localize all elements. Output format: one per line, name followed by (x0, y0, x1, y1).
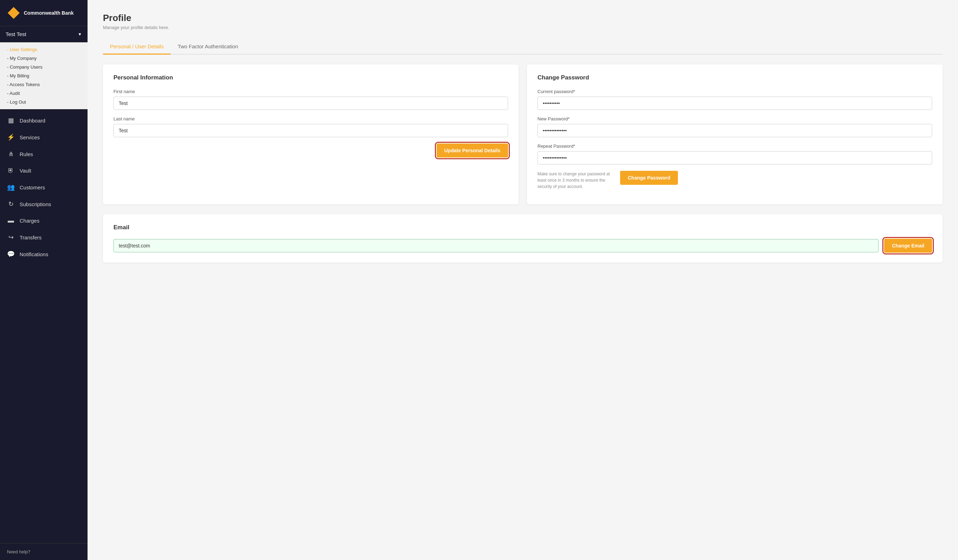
main-content: Profile Manage your profile details here… (87, 0, 958, 560)
charges-icon: ▬ (7, 217, 15, 225)
user-section[interactable]: Test Test ▼ (0, 26, 87, 42)
personal-info-card: Personal Information First name Last nam… (103, 65, 519, 204)
sidebar-item-my-company[interactable]: - My Company (0, 54, 87, 63)
page-title: Profile (103, 13, 942, 24)
update-btn-wrapper: Update Personal Details (113, 144, 508, 158)
sidebar-item-my-billing[interactable]: - My Billing (0, 71, 87, 80)
email-card-title: Email (113, 224, 932, 231)
svg-marker-0 (8, 7, 20, 19)
new-password-input[interactable] (538, 124, 932, 137)
sidebar-item-charges[interactable]: ▬ Charges (0, 212, 87, 229)
password-hint: Make sure to change your password at lea… (538, 171, 614, 190)
sidebar-item-label: Vault (20, 168, 31, 174)
current-password-input[interactable] (538, 96, 932, 110)
email-input[interactable] (113, 239, 879, 252)
personal-info-title: Personal Information (113, 74, 508, 81)
change-email-button[interactable]: Change Email (884, 239, 932, 253)
logo-text: Commonwealth Bank (24, 10, 73, 16)
vault-icon: ⛨ (7, 167, 15, 174)
first-name-input[interactable] (113, 96, 508, 110)
sidebar-item-access-tokens[interactable]: - Access Tokens (0, 80, 87, 89)
sidebar-item-label: Transfers (20, 234, 42, 240)
first-name-group: First name (113, 89, 508, 110)
update-personal-details-button[interactable]: Update Personal Details (437, 144, 508, 158)
repeat-password-group: Repeat Password* (538, 144, 932, 165)
rules-icon: ⋔ (7, 150, 15, 158)
change-password-button[interactable]: Change Password (620, 171, 678, 185)
first-name-label: First name (113, 89, 508, 94)
sidebar-logo: Commonwealth Bank (0, 0, 87, 26)
page-subtitle: Manage your profile details here. (103, 25, 942, 30)
sidebar-item-label: Charges (20, 218, 40, 224)
change-password-title: Change Password (538, 74, 932, 81)
current-password-label: Current password* (538, 89, 932, 94)
sidebar-item-subscriptions[interactable]: ↻ Subscriptions (0, 196, 87, 212)
sidebar-item-company-users[interactable]: - Company Users (0, 63, 87, 71)
dropdown-arrow-icon[interactable]: ▼ (78, 32, 82, 37)
need-help[interactable]: Need help? (0, 543, 87, 560)
sidebar-item-services[interactable]: ⚡ Services (0, 129, 87, 146)
sidebar-item-notifications[interactable]: 💬 Notifications (0, 246, 87, 263)
subscriptions-icon: ↻ (7, 200, 15, 208)
sidebar-item-label: Customers (20, 184, 45, 190)
last-name-label: Last name (113, 116, 508, 122)
transfers-icon: ↪ (7, 233, 15, 241)
sidebar-item-label: Dashboard (20, 118, 45, 123)
sidebar-item-log-out[interactable]: - Log Out (0, 98, 87, 106)
last-name-input[interactable] (113, 124, 508, 137)
dashboard-icon: ▦ (7, 117, 15, 124)
cards-row: Personal Information First name Last nam… (103, 65, 942, 204)
sidebar-item-label: Services (20, 134, 40, 140)
sidebar-item-rules[interactable]: ⋔ Rules (0, 146, 87, 162)
sidebar-item-audit[interactable]: - Audit (0, 89, 87, 98)
notifications-icon: 💬 (7, 250, 15, 258)
diamond-icon (7, 6, 20, 20)
change-password-row: Make sure to change your password at lea… (538, 171, 932, 195)
sidebar-item-transfers[interactable]: ↪ Transfers (0, 229, 87, 246)
nav-section: ▦ Dashboard ⚡ Services ⋔ Rules ⛨ Vault 👥… (0, 109, 87, 543)
sidebar-item-dashboard[interactable]: ▦ Dashboard (0, 112, 87, 129)
customers-icon: 👥 (7, 184, 15, 191)
current-password-group: Current password* (538, 89, 932, 110)
sidebar-item-vault[interactable]: ⛨ Vault (0, 162, 87, 179)
tab-two-factor-auth[interactable]: Two Factor Authentication (171, 40, 245, 55)
repeat-password-label: Repeat Password* (538, 144, 932, 149)
email-row: Change Email (113, 239, 932, 253)
sidebar-item-user-settings[interactable]: - User Settings (0, 45, 87, 54)
user-name: Test Test (6, 31, 26, 37)
services-icon: ⚡ (7, 133, 15, 141)
new-password-group: New Password* (538, 116, 932, 137)
repeat-password-input[interactable] (538, 151, 932, 165)
tabs-bar: Personal / User Details Two Factor Authe… (103, 40, 942, 55)
sidebar: Commonwealth Bank Test Test ▼ - User Set… (0, 0, 87, 560)
change-password-card: Change Password Current password* New Pa… (527, 65, 942, 204)
sidebar-item-customers[interactable]: 👥 Customers (0, 179, 87, 196)
new-password-label: New Password* (538, 116, 932, 122)
last-name-group: Last name (113, 116, 508, 137)
email-card: Email Change Email (103, 214, 942, 263)
sidebar-item-label: Notifications (20, 251, 48, 257)
sidebar-item-label: Rules (20, 151, 33, 157)
user-menu: - User Settings - My Company - Company U… (0, 42, 87, 109)
sidebar-item-label: Subscriptions (20, 201, 51, 207)
tab-personal-user-details[interactable]: Personal / User Details (103, 40, 171, 55)
